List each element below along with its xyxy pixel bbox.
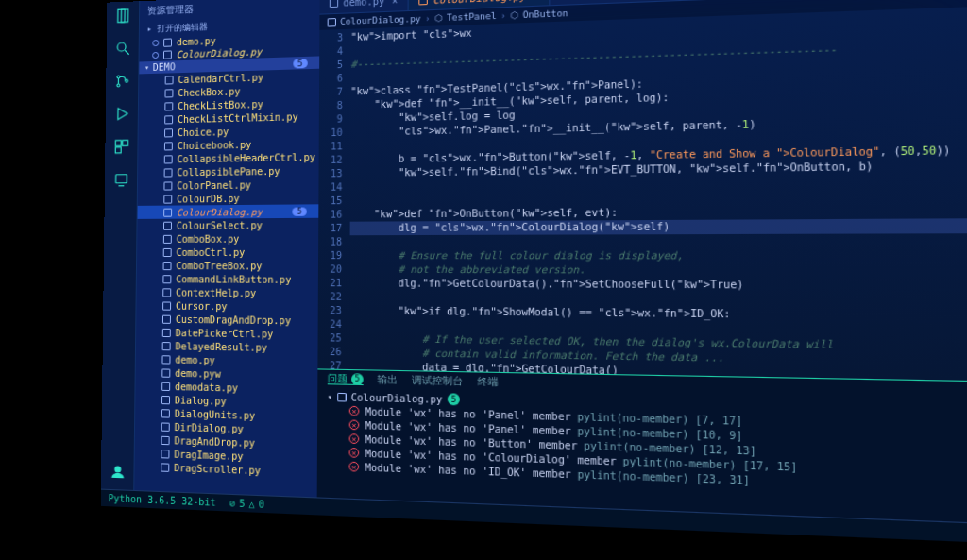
folder-problem-count: 5 xyxy=(293,58,308,68)
svg-rect-10 xyxy=(115,147,121,153)
remote-icon[interactable] xyxy=(112,171,129,191)
svg-point-5 xyxy=(116,84,119,87)
status-problems[interactable]: ⊘5 △0 xyxy=(229,498,264,510)
panel-tab[interactable]: 终端 xyxy=(478,376,499,388)
svg-point-2 xyxy=(117,42,126,51)
svg-rect-8 xyxy=(115,141,121,146)
extensions-icon[interactable] xyxy=(113,138,130,158)
search-icon[interactable] xyxy=(114,40,131,59)
code-editor[interactable]: 3456789101112131415161718192021222324252… xyxy=(317,5,967,382)
file-list: CalendarCtrl.pyCheckBox.pyCheckListBox.p… xyxy=(134,69,319,498)
panel-tab[interactable]: 调试控制台 xyxy=(412,374,463,387)
file-item[interactable]: ComboCtrl.py xyxy=(137,246,318,259)
code-content[interactable]: "kw">import "cls">wx#-------------------… xyxy=(349,5,967,382)
file-item[interactable]: ColourDB.py xyxy=(138,191,319,206)
svg-rect-11 xyxy=(115,175,127,183)
error-icon: ✕ xyxy=(348,462,359,472)
warning-icon: △ xyxy=(248,499,254,510)
accounts-icon[interactable] xyxy=(109,464,126,484)
error-icon: ✕ xyxy=(349,433,360,444)
source-control-icon[interactable] xyxy=(113,73,130,93)
activity-bar xyxy=(101,1,140,490)
explorer-icon[interactable] xyxy=(114,8,131,27)
explorer-sidebar: 资源管理器 ▸ 打开的编辑器 demo.pyColourDialog.py ▾ … xyxy=(134,0,319,497)
folder-name: DEMO xyxy=(153,61,176,73)
panel-tab[interactable]: 问题5 xyxy=(328,373,364,385)
error-icon: ⊘ xyxy=(229,498,235,509)
svg-marker-7 xyxy=(117,108,127,119)
file-item[interactable]: ColourSelect.py xyxy=(137,218,318,232)
error-icon: ✕ xyxy=(349,406,360,416)
svg-point-13 xyxy=(114,467,120,472)
close-icon[interactable]: × xyxy=(392,0,398,7)
error-icon: ✕ xyxy=(349,448,360,458)
editor-area: demo.py×ColourDialog.py ColourDialog.py›… xyxy=(317,0,967,525)
svg-line-3 xyxy=(125,50,128,55)
file-item[interactable]: ColourDialog.py5 xyxy=(138,204,319,219)
file-item[interactable]: CommandLinkButton.py xyxy=(137,272,318,286)
status-python[interactable]: Python 3.6.5 32-bit xyxy=(109,493,216,508)
debug-icon[interactable] xyxy=(113,105,130,125)
file-item[interactable]: ComboTreeBox.py xyxy=(137,259,318,273)
line-gutter: 3456789101112131415161718192021222324252… xyxy=(317,29,350,369)
panel-tab[interactable]: 输出 xyxy=(378,374,398,386)
file-item[interactable]: ContextHelp.py xyxy=(137,285,318,299)
svg-point-4 xyxy=(116,76,119,78)
svg-rect-9 xyxy=(122,140,127,145)
file-item[interactable]: ComboBox.py xyxy=(137,231,318,246)
error-icon: ✕ xyxy=(349,420,360,431)
